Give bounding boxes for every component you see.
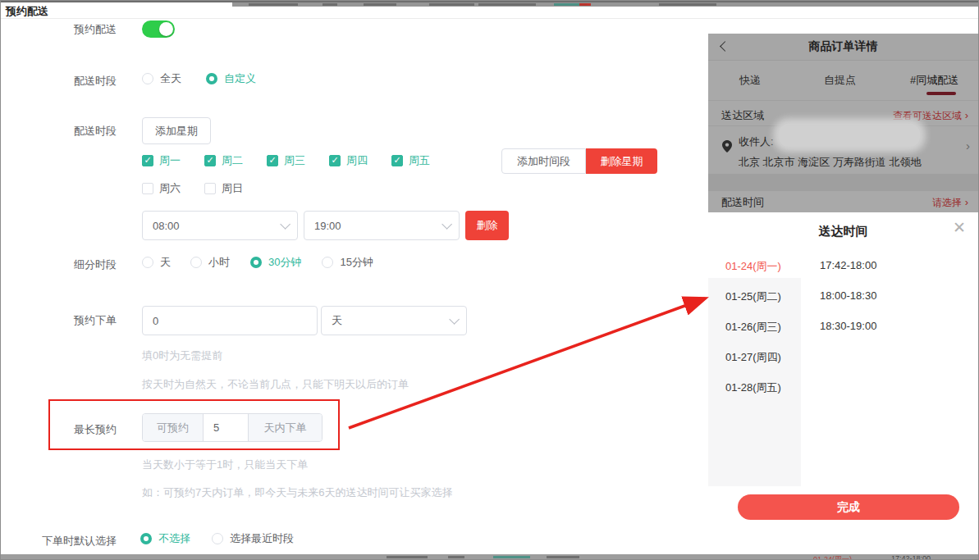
date-item[interactable]: 01-27(周四) (725, 350, 781, 365)
weekday-checkbox-mon[interactable]: 周一 (142, 153, 191, 168)
annotation-highlight-box (48, 399, 340, 450)
toggle-knob (159, 22, 173, 36)
checkbox-checked-icon (267, 155, 278, 166)
checkbox-checked-icon (142, 155, 153, 166)
checkbox-unchecked-icon (142, 183, 153, 194)
delete-week-button[interactable]: 删除星期 (586, 148, 657, 174)
radio-option-15min[interactable]: 15分钟 (322, 255, 373, 270)
add-week-button[interactable]: 添加星期 (142, 117, 211, 144)
radio-icon (190, 257, 202, 268)
reserve-delivery-toggle[interactable] (142, 20, 175, 38)
checkbox-checked-icon (391, 155, 403, 166)
field-label-granularity: 细分时段 (42, 257, 117, 272)
weekday-checkbox-sun[interactable]: 周日 (204, 181, 254, 196)
advance-days-input[interactable]: 0 (142, 306, 318, 335)
radio-icon (142, 257, 153, 268)
date-item[interactable]: 01-25(周二) (725, 289, 781, 304)
title-divider (1, 18, 978, 19)
checkbox-checked-icon (329, 155, 341, 166)
time-slot-item[interactable]: 17:42-18:00 (820, 259, 876, 271)
chevron-down-icon (280, 219, 290, 230)
time-to-select[interactable]: 19:00 (304, 211, 460, 240)
advance-help-2: 按天时为自然天，不论当前几点，只能下明天以后的订单 (142, 377, 409, 392)
radio-label: 全天 (160, 71, 181, 86)
done-button[interactable]: 完成 (738, 494, 959, 520)
chevron-down-icon (441, 219, 452, 230)
advance-help-1: 填0时为无需提前 (142, 348, 222, 363)
radio-label: 自定义 (224, 71, 256, 86)
field-label-period: 配送时段 (42, 74, 117, 89)
background-page-sliver-top (232, 2, 978, 7)
weekday-checkbox-wed[interactable]: 周三 (267, 153, 316, 168)
redaction-blur (779, 124, 920, 147)
radio-icon-checked (206, 73, 217, 84)
modal-dim-overlay (708, 34, 978, 212)
radio-option-custom[interactable]: 自定义 (206, 71, 256, 86)
ghost-time-text: 17:42-18:00 (891, 554, 931, 560)
weekday-checkbox-sat[interactable]: 周六 (142, 181, 191, 196)
radio-option-hour[interactable]: 小时 (190, 255, 230, 270)
date-item[interactable]: 01-28(周五) (725, 380, 781, 395)
delivery-time-popup: 送达时间 01-24(周一) 01-25(周二) 01-26(周三) 01-27… (708, 212, 978, 554)
radio-option-no-select[interactable]: 不选择 (140, 531, 190, 546)
window-top-border (1, 1, 978, 2)
radio-option-day[interactable]: 天 (142, 255, 171, 270)
radio-option-nearest[interactable]: 选择最近时段 (212, 531, 294, 546)
page-title: 预约配送 (6, 4, 48, 19)
max-reserve-help-2: 如：可预约7天内订单，即今天与未来6天的送达时间可让买家选择 (142, 485, 452, 500)
radio-icon-checked (140, 533, 152, 544)
field-label-advance: 预约下单 (42, 313, 117, 328)
date-item-active[interactable]: 01-24(周一) (725, 259, 781, 274)
delete-timeslot-button[interactable]: 删除 (465, 211, 509, 240)
weekday-checkbox-tue[interactable]: 周二 (204, 153, 254, 168)
radio-icon-checked (250, 257, 262, 268)
background-page-sliver-bottom: 01-24(周一) 17:42-18:00 (1, 554, 978, 560)
time-slot-item[interactable]: 18:30-19:00 (820, 320, 876, 332)
radio-icon (212, 533, 223, 544)
checkbox-checked-icon (204, 155, 216, 166)
mobile-preview: 商品订单详情 快递 自提点 #同城配送 送达区域 查看可送达区域 收件人: 北京… (708, 34, 978, 554)
field-label-default-select: 下单时默认选择 (42, 534, 117, 549)
screenshot-root: 预约配送 预约配送 配送时段 全天 自定义 配送时段 添加星期 周一 周二 周三 (0, 0, 979, 560)
radio-icon (142, 73, 153, 84)
add-timeslot-button[interactable]: 添加时间段 (501, 148, 586, 174)
popup-title: 送达时间 (708, 224, 978, 239)
date-item[interactable]: 01-26(周三) (725, 320, 781, 335)
time-from-select[interactable]: 08:00 (142, 211, 298, 240)
weekday-checkbox-fri[interactable]: 周五 (391, 153, 441, 168)
max-reserve-help-1: 当天数小于等于1时，只能当天下单 (142, 458, 308, 472)
ghost-date-text: 01-24(周一) (813, 554, 852, 560)
time-slot-item[interactable]: 18:00-18:30 (820, 289, 876, 302)
chevron-down-icon (449, 314, 460, 325)
close-icon[interactable] (950, 219, 968, 237)
checkbox-unchecked-icon (204, 183, 216, 194)
advance-unit-select[interactable]: 天 (321, 306, 467, 335)
radio-option-allday[interactable]: 全天 (142, 71, 181, 86)
weekday-checkbox-thu[interactable]: 周四 (329, 153, 378, 168)
field-label-week: 配送时段 (42, 124, 117, 139)
field-label-reserve-toggle: 预约配送 (42, 22, 117, 37)
radio-icon (322, 257, 333, 268)
radio-option-30min[interactable]: 30分钟 (250, 255, 301, 270)
